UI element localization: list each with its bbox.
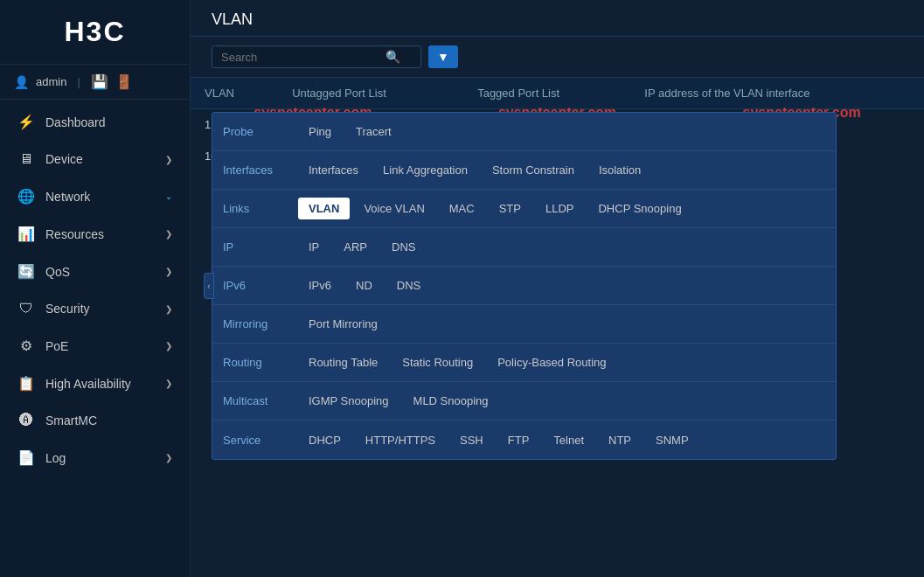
qos-label: QoS — [45, 265, 155, 279]
menu-item-ping[interactable]: Ping — [298, 121, 342, 143]
col-ip: IP address of the VLAN interface — [630, 78, 924, 109]
menu-item-ipv6-dns[interactable]: DNS — [386, 275, 431, 296]
mirroring-items: Port Mirroring — [291, 308, 395, 340]
menu-item-link-aggregation[interactable]: Link Aggregation — [372, 159, 478, 181]
category-routing: Routing — [212, 349, 291, 376]
high-availability-arrow: ❯ — [165, 379, 172, 388]
username-label: admin — [36, 75, 66, 88]
logout-button[interactable]: 🚪 — [115, 73, 133, 90]
resources-arrow: ❯ — [165, 229, 172, 239]
menu-item-arp[interactable]: ARP — [333, 236, 378, 258]
routing-items: Routing Table Static Routing Policy-Base… — [291, 346, 624, 379]
poe-arrow: ❯ — [165, 341, 172, 351]
menu-item-routing-table[interactable]: Routing Table — [298, 351, 388, 373]
security-label: Security — [45, 302, 155, 316]
service-items: DHCP HTTP/HTTPS SSH FTP Telnet NTP SNMP — [291, 424, 706, 456]
logo-area: H3C — [0, 0, 190, 65]
resources-label: Resources — [45, 227, 155, 241]
menu-item-port-mirroring[interactable]: Port Mirroring — [298, 313, 388, 335]
menu-item-lldp[interactable]: LLDP — [535, 198, 585, 219]
menu-item-telnet[interactable]: Telnet — [543, 429, 594, 451]
menu-item-dhcp-snooping[interactable]: DHCP Snooping — [587, 198, 691, 219]
dropdown-row-interfaces: Interfaces Interfaces Link Aggregation S… — [212, 151, 836, 190]
qos-arrow: ❯ — [165, 267, 172, 276]
dashboard-label: Dashboard — [45, 115, 172, 129]
ip-items: IP ARP DNS — [291, 231, 433, 263]
category-ip: IP — [212, 233, 291, 261]
dropdown-row-service: Service DHCP HTTP/HTTPS SSH FTP Telnet N… — [212, 421, 836, 459]
search-box[interactable]: 🔍 — [212, 45, 421, 68]
menu-item-ntp[interactable]: NTP — [598, 429, 642, 451]
save-button[interactable]: 💾 — [91, 73, 108, 90]
menu-item-storm-constrain[interactable]: Storm Constrain — [482, 159, 585, 181]
menu-item-interfaces[interactable]: Interfaces — [298, 159, 369, 181]
sidebar: H3C 👤 admin | 💾 🚪 ⚡ Dashboard 🖥 Device ❯… — [0, 0, 191, 577]
menu-item-nd[interactable]: ND — [345, 275, 383, 296]
sidebar-item-poe[interactable]: ⚙ PoE ❯ — [0, 327, 190, 365]
menu-item-static-routing[interactable]: Static Routing — [392, 351, 483, 373]
menu-item-voice-vlan[interactable]: Voice VLAN — [353, 198, 434, 219]
probe-items: Ping Tracert — [291, 115, 409, 148]
user-icon: 👤 — [14, 75, 29, 89]
ipv6-items: IPv6 ND DNS — [291, 269, 438, 302]
collapse-handle[interactable]: ‹ — [204, 273, 214, 299]
network-icon: 🌐 — [17, 188, 35, 205]
sidebar-item-resources[interactable]: 📊 Resources ❯ — [0, 215, 190, 253]
main-content: VLAN 🔍 ▼ sysnetcenter.com sysnetcenter.c… — [191, 0, 924, 577]
dropdown-row-ipv6: IPv6 IPv6 ND DNS — [212, 267, 836, 305]
menu-item-dns[interactable]: DNS — [381, 236, 426, 258]
menu-item-mac[interactable]: MAC — [439, 198, 485, 219]
sidebar-item-smartmc[interactable]: 🅐 SmartMC — [0, 402, 190, 439]
page-title: VLAN — [212, 10, 253, 28]
sidebar-item-high-availability[interactable]: 📋 High Availability ❯ — [0, 365, 190, 402]
separator: | — [77, 75, 80, 88]
log-label: Log — [45, 451, 155, 465]
toolbar: 🔍 ▼ — [191, 37, 924, 78]
network-dropdown: ‹ Probe Ping Tracert Interfaces Interfac… — [212, 112, 837, 460]
device-arrow: ❯ — [165, 155, 172, 164]
category-interfaces: Interfaces — [212, 156, 291, 184]
menu-item-dhcp[interactable]: DHCP — [298, 429, 351, 451]
dropdown-row-routing: Routing Routing Table Static Routing Pol… — [212, 344, 836, 382]
interfaces-items: Interfaces Link Aggregation Storm Constr… — [291, 154, 658, 186]
network-arrow: ⌄ — [165, 191, 172, 201]
sidebar-item-network[interactable]: 🌐 Network ⌄ — [0, 177, 190, 215]
sidebar-item-log[interactable]: 📄 Log ❯ — [0, 439, 190, 476]
menu-item-snmp[interactable]: SNMP — [645, 429, 699, 451]
dashboard-icon: ⚡ — [17, 114, 35, 130]
menu-item-isolation[interactable]: Isolation — [588, 159, 651, 181]
category-multicast: Multicast — [212, 387, 291, 414]
menu-item-vlan[interactable]: VLAN — [298, 198, 350, 219]
dropdown-row-mirroring: Mirroring Port Mirroring — [212, 305, 836, 344]
user-info-bar: 👤 admin | 💾 🚪 — [0, 65, 190, 100]
multicast-items: IGMP Snooping MLD Snooping — [291, 385, 506, 417]
sidebar-item-qos[interactable]: 🔄 QoS ❯ — [0, 253, 190, 290]
network-label: Network — [45, 190, 155, 204]
category-ipv6: IPv6 — [212, 272, 291, 299]
menu-item-mld-snooping[interactable]: MLD Snooping — [403, 390, 499, 412]
poe-label: PoE — [45, 339, 155, 353]
search-input[interactable] — [221, 51, 379, 64]
menu-item-tracert[interactable]: Tracert — [345, 121, 402, 143]
col-tagged: Tagged Port List — [463, 78, 630, 109]
search-icon: 🔍 — [386, 50, 400, 64]
security-arrow: ❯ — [165, 304, 172, 314]
filter-button[interactable]: ▼ — [428, 45, 458, 68]
menu-item-http-https[interactable]: HTTP/HTTPS — [355, 429, 446, 451]
menu-item-ssh[interactable]: SSH — [449, 429, 494, 451]
sidebar-item-security[interactable]: 🛡 Security ❯ — [0, 290, 190, 327]
menu-item-ftp[interactable]: FTP — [497, 429, 540, 451]
dropdown-row-multicast: Multicast IGMP Snooping MLD Snooping — [212, 382, 836, 421]
menu-item-policy-based-routing[interactable]: Policy-Based Routing — [487, 351, 616, 373]
sidebar-item-device[interactable]: 🖥 Device ❯ — [0, 141, 190, 177]
links-items: VLAN Voice VLAN MAC STP LLDP DHCP Snoopi… — [291, 192, 699, 225]
category-mirroring: Mirroring — [212, 310, 291, 337]
sidebar-item-dashboard[interactable]: ⚡ Dashboard — [0, 103, 190, 141]
menu-item-igmp-snooping[interactable]: IGMP Snooping — [298, 390, 399, 412]
menu-item-ipv6[interactable]: IPv6 — [298, 275, 342, 296]
menu-item-stp[interactable]: STP — [489, 198, 531, 219]
qos-icon: 🔄 — [17, 263, 35, 280]
category-probe: Probe — [212, 118, 291, 145]
high-availability-icon: 📋 — [17, 375, 35, 392]
menu-item-ip[interactable]: IP — [298, 236, 330, 258]
